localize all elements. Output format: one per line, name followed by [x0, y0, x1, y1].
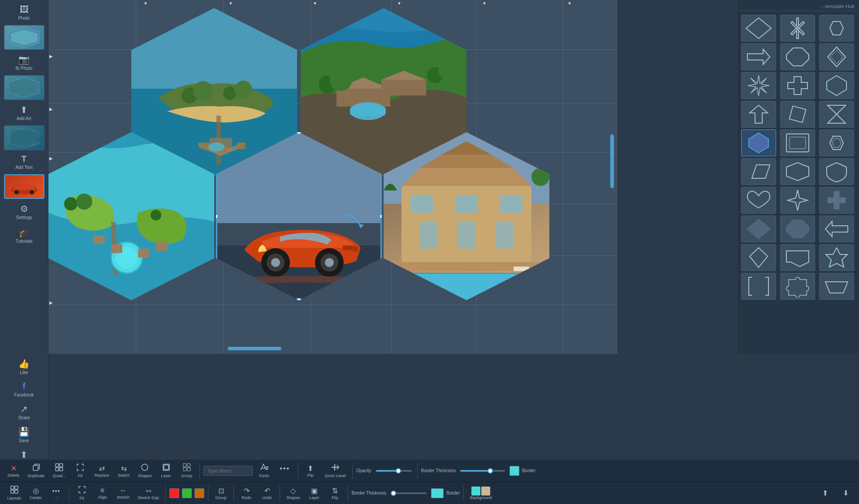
color-green[interactable] — [182, 488, 192, 498]
shape-diamond2[interactable] — [819, 43, 854, 70]
shape-star8[interactable] — [741, 72, 776, 99]
facebook-button[interactable]: f Facebook — [0, 379, 48, 400]
scroll-handle-vertical[interactable] — [610, 134, 614, 188]
shape-hexagon-v[interactable] — [819, 72, 854, 99]
stretch-button[interactable]: ↔ Stretch — [114, 485, 133, 501]
border-color-box-top[interactable] — [509, 466, 519, 476]
shape-diamond[interactable] — [741, 15, 776, 42]
redo-button[interactable]: ↷ Redo — [237, 485, 255, 502]
align-icon: ≡ — [100, 487, 104, 495]
shape-trapezoid[interactable] — [819, 273, 854, 300]
hex-cell-3[interactable] — [48, 132, 214, 300]
quad-button[interactable]: Quad... — [50, 461, 69, 480]
group-button-top[interactable]: Group — [178, 461, 196, 480]
shapes-button-top[interactable]: Shapes — [135, 461, 155, 480]
color-orange[interactable] — [194, 488, 204, 498]
shape-shield[interactable] — [819, 158, 854, 185]
layouts-button[interactable]: Layouts — [4, 484, 24, 502]
zoom-level-button[interactable]: Zoom Level — [322, 461, 349, 480]
down-arrow-button[interactable]: ⬇ — [837, 487, 855, 500]
shape-arrow-right[interactable] — [741, 43, 776, 70]
sidebar-item-photo[interactable]: 🖼 Photo — [4, 2, 44, 23]
shapes-button-bottom[interactable]: ◇ Shapes — [284, 485, 303, 502]
delete-button[interactable]: ✕ Delete — [4, 462, 22, 479]
fonts-button[interactable]: Fonts — [255, 461, 273, 480]
layer-button-bottom[interactable]: ▣ Layer — [306, 485, 324, 502]
shape-diamond3[interactable] — [741, 215, 776, 242]
sidebar-item-tutorials[interactable]: 🎓 Tutorials — [4, 224, 44, 246]
handle-right[interactable] — [380, 214, 382, 219]
duplicate-button[interactable]: Duplicate — [25, 461, 47, 480]
handle-bottom[interactable] — [297, 298, 301, 300]
shape-banner[interactable] — [780, 244, 815, 271]
shape-parallelogram[interactable] — [741, 158, 776, 185]
center-button[interactable]: ◎ Center — [27, 485, 45, 502]
like-button[interactable]: 👍 Like — [0, 356, 48, 378]
shape-square-rotated[interactable] — [780, 101, 815, 128]
opacity-slider[interactable] — [374, 470, 414, 472]
thumbnail-3[interactable] — [4, 125, 44, 150]
shape-puzzle[interactable] — [780, 273, 815, 300]
fit-button-bottom[interactable]: Fit — [73, 484, 91, 502]
background-button[interactable]: Background — [467, 485, 494, 502]
shape-plus[interactable] — [780, 72, 815, 99]
up-arrow-button[interactable]: ⬆ — [816, 487, 834, 500]
shape-cross-arrows[interactable] — [780, 15, 815, 42]
svg-rect-49 — [455, 195, 478, 213]
thumbnail-4-active[interactable] — [4, 174, 44, 199]
shape-hexagon2[interactable] — [819, 129, 854, 156]
undo-button[interactable]: ↶ Undo — [258, 485, 276, 502]
share-button[interactable]: ↗ Share — [0, 401, 48, 423]
svg-point-44 — [325, 258, 334, 267]
hex-cell-5[interactable] — [384, 132, 549, 300]
handle-top[interactable] — [297, 132, 301, 134]
toolbar-sep-b1 — [69, 485, 69, 501]
scroll-handle-horizontal[interactable] — [228, 347, 281, 350]
border-thickness-slider[interactable] — [458, 470, 507, 472]
shape-chevron[interactable] — [780, 158, 815, 185]
shape-octagon2[interactable] — [780, 215, 815, 242]
shape-octagon[interactable] — [780, 43, 815, 70]
flip-button-bottom[interactable]: ⇅ Flip — [326, 485, 344, 502]
sidebar-item-add-text[interactable]: T Add Text — [4, 152, 44, 172]
layer-button-top[interactable]: Layer — [157, 461, 175, 480]
fit-button[interactable]: Fit — [71, 461, 89, 480]
canvas-area[interactable]: ▼ ▼ ▼ ▼ ▼ ▼ ▶ ▶ ▶ ▶ ▶ ▶ — [48, 0, 617, 354]
hex-cell-4-active[interactable] — [216, 132, 382, 300]
border-color-box-bottom[interactable] — [431, 488, 444, 498]
more-button-top[interactable]: ••• . — [276, 463, 294, 479]
shape-hexagon-h[interactable] — [819, 15, 854, 42]
thumbnail-1[interactable] — [4, 25, 44, 50]
grid-line-v6 — [563, 0, 563, 354]
more-button-bottom[interactable]: ••• ... — [47, 486, 65, 501]
sidebar-item-add-art[interactable]: ⬆ Add Art — [4, 102, 44, 124]
flip-button-top[interactable]: ⬆ Flip — [302, 462, 319, 479]
shape-bracket[interactable] — [741, 273, 776, 300]
shape-arrow-left[interactable] — [819, 215, 854, 242]
border-thickness-slider-bottom[interactable] — [389, 492, 428, 494]
shape-hexagon-active[interactable] — [741, 129, 776, 156]
svg-rect-92 — [11, 486, 14, 489]
shape-arrow-up[interactable] — [741, 101, 776, 128]
fb-photo-label: fb Photo — [16, 66, 32, 71]
shape-cross2[interactable] — [819, 187, 854, 214]
shape-heart[interactable] — [741, 187, 776, 214]
replace-button[interactable]: ⇄ Replace — [92, 462, 112, 479]
settings-icon: ⚙ — [20, 203, 28, 214]
shape-hourglass[interactable] — [819, 101, 854, 128]
align-button[interactable]: ≡ Align — [94, 485, 112, 501]
color-red[interactable] — [169, 488, 179, 498]
shape-kite[interactable] — [741, 244, 776, 271]
sidebar-item-fb-photo[interactable]: 📷 fb Photo — [4, 52, 44, 73]
shape-star6[interactable] — [819, 244, 854, 271]
group-button-bottom[interactable]: ⊡ Group — [212, 485, 230, 502]
shape-text-input[interactable] — [203, 466, 253, 476]
switch-button[interactable]: ⇆ Switch — [115, 462, 133, 479]
shape-frame[interactable] — [780, 129, 815, 156]
sidebar-item-settings[interactable]: ⚙ Settings — [4, 201, 44, 223]
save-button[interactable]: 💾 Save — [0, 424, 48, 446]
stretch-gap-button[interactable]: ⇿ Stretch Gap — [135, 485, 162, 502]
shape-star4[interactable] — [780, 187, 815, 214]
thumbnail-2[interactable] — [4, 75, 44, 100]
handle-left[interactable] — [216, 214, 218, 219]
